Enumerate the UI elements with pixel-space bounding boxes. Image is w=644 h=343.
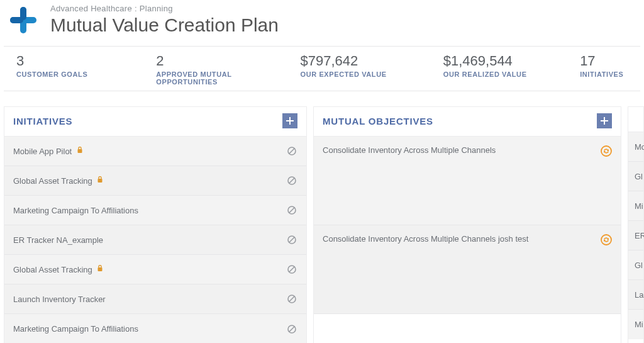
add-initiative-button[interactable] — [282, 113, 297, 128]
truncated-label: Mo — [635, 142, 644, 152]
truncated-row[interactable]: La — [628, 280, 643, 310]
plus-icon — [286, 116, 294, 125]
metric-label: OUR REALIZED VALUE — [443, 70, 555, 78]
blocked-icon — [286, 264, 297, 275]
objective-label: Consolidate Inventory Across Multiple Ch… — [323, 234, 528, 244]
sync-icon — [601, 145, 612, 157]
blocked-icon — [286, 293, 297, 305]
metric-label: APPROVED MUTUAL OPPORTUNITIES — [156, 70, 275, 86]
plus-icon — [600, 116, 609, 125]
metrics-bar: 3 CUSTOMER GOALS 2 APPROVED MUTUAL OPPOR… — [4, 46, 640, 91]
truncated-row[interactable]: Gl — [628, 162, 643, 191]
truncated-row[interactable]: ER — [628, 221, 643, 250]
objective-row[interactable]: Consolidate Inventory Across Multiple Ch… — [314, 137, 621, 225]
metric-expected-value: $797,642 OUR EXPECTED VALUE — [288, 47, 431, 91]
svg-line-20 — [289, 296, 294, 301]
column-initiatives: INITIATIVES Mobile App Pilot Global Asse… — [4, 106, 307, 343]
svg-rect-3 — [10, 17, 23, 23]
sync-icon — [601, 234, 612, 245]
truncated-label: Gl — [635, 172, 643, 181]
svg-rect-16 — [98, 267, 103, 271]
metric-value: 3 — [16, 53, 131, 69]
svg-point-26 — [601, 235, 611, 245]
lock-icon — [97, 265, 104, 272]
truncated-row[interactable]: Mi — [628, 310, 643, 339]
initiative-label: Global Asset Tracking — [13, 265, 92, 274]
add-objective-button[interactable] — [597, 113, 612, 128]
svg-line-22 — [289, 327, 294, 332]
truncated-row[interactable]: Mo — [628, 132, 643, 162]
initiative-rows: Mobile App Pilot Global Asset Tracking M… — [4, 136, 306, 343]
metric-value: $797,642 — [301, 53, 418, 69]
truncated-row[interactable]: Gl — [628, 250, 643, 280]
svg-line-18 — [289, 267, 294, 272]
svg-rect-6 — [77, 149, 82, 153]
column-truncated: IN Mo Gl Mi ER Gl La Mi — [628, 106, 644, 343]
page-header: Advanced Healthcare : Planning Mutual Va… — [0, 0, 644, 43]
column-header: MUTUAL OBJECTIVES — [314, 107, 621, 136]
page-title: Mutual Value Creation Plan — [50, 14, 279, 36]
truncated-row[interactable]: Mi — [628, 191, 643, 221]
initiative-row[interactable]: Marketing Campaign To Affiliations — [4, 314, 306, 343]
metric-label: CUSTOMER GOALS — [16, 70, 131, 78]
svg-line-8 — [289, 149, 294, 154]
svg-point-25 — [601, 146, 611, 156]
initiative-row[interactable]: Marketing Campaign To Affiliations — [4, 196, 306, 225]
column-header: INITIATIVES — [4, 107, 306, 136]
metric-label: INITIATIVES — [580, 70, 628, 78]
truncated-label: ER — [635, 231, 644, 240]
svg-rect-24 — [601, 120, 608, 121]
app-logo — [8, 4, 39, 36]
metric-customer-goals: 3 CUSTOMER GOALS — [4, 47, 143, 91]
column-mutual-objectives: MUTUAL OBJECTIVES Consolidate Inventory … — [313, 106, 621, 343]
truncated-label: Mi — [635, 320, 643, 329]
metric-label: OUR EXPECTED VALUE — [301, 70, 418, 78]
blocked-icon — [286, 234, 297, 245]
column-title: INITIATIVES — [13, 116, 72, 127]
truncated-label: La — [635, 290, 643, 300]
metric-initiatives-count: 17 INITIATIVES — [567, 47, 640, 91]
initiative-label: Mobile App Pilot — [13, 147, 72, 156]
svg-rect-5 — [286, 120, 294, 121]
blocked-icon — [286, 175, 297, 186]
metric-value: $1,469,544 — [443, 53, 555, 69]
objective-rows: Consolidate Inventory Across Multiple Ch… — [314, 136, 621, 314]
initiative-label: Global Asset Tracking — [13, 176, 92, 186]
breadcrumb: Advanced Healthcare : Planning — [50, 4, 279, 13]
objective-row[interactable]: Consolidate Inventory Across Multiple Ch… — [314, 225, 621, 314]
column-title: MUTUAL OBJECTIVES — [323, 116, 433, 127]
svg-line-15 — [289, 237, 294, 242]
metric-realized-value: $1,469,544 OUR REALIZED VALUE — [431, 47, 567, 91]
metric-value: 2 — [156, 53, 275, 69]
metric-approved-opportunities: 2 APPROVED MUTUAL OPPORTUNITIES — [143, 47, 287, 91]
initiative-label: Marketing Campaign To Affiliations — [13, 206, 138, 215]
truncated-rows: Mo Gl Mi ER Gl La Mi — [628, 132, 643, 339]
initiative-row[interactable]: Global Asset Tracking — [4, 255, 306, 284]
initiative-row[interactable]: Mobile App Pilot — [4, 137, 306, 166]
objective-label: Consolidate Inventory Across Multiple Ch… — [323, 145, 496, 155]
initiative-row[interactable]: Launch Inventory Tracker — [4, 284, 306, 314]
svg-line-11 — [289, 178, 294, 183]
svg-line-13 — [289, 208, 294, 213]
initiative-row[interactable]: Global Asset Tracking — [4, 166, 306, 196]
column-header: IN — [628, 107, 643, 132]
blocked-icon — [286, 323, 297, 335]
svg-rect-9 — [98, 179, 103, 183]
title-block: Advanced Healthcare : Planning Mutual Va… — [50, 4, 279, 36]
lock-icon — [77, 147, 84, 154]
blocked-icon — [286, 205, 297, 216]
truncated-label: Mi — [635, 201, 643, 211]
truncated-label: Gl — [635, 261, 643, 270]
blocked-icon — [286, 145, 297, 157]
initiative-row[interactable]: ER Tracker NA_example — [4, 225, 306, 255]
initiative-label: Marketing Campaign To Affiliations — [13, 324, 138, 334]
metric-value: 17 — [580, 53, 628, 69]
board-columns: INITIATIVES Mobile App Pilot Global Asse… — [0, 91, 644, 343]
initiative-label: Launch Inventory Tracker — [13, 295, 106, 304]
initiative-label: ER Tracker NA_example — [13, 235, 103, 245]
lock-icon — [97, 176, 104, 183]
